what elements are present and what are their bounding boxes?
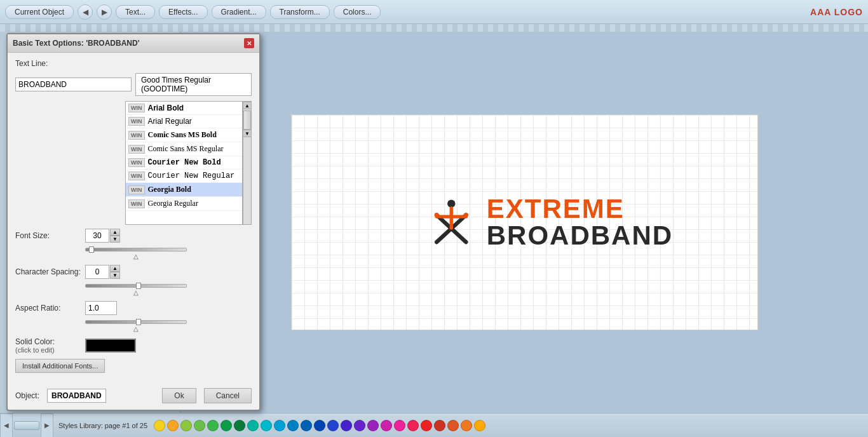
color-circle-9[interactable] (274, 420, 285, 431)
font-size-up-button[interactable]: ▲ (110, 229, 120, 236)
font-size-slider-row: △ (15, 248, 252, 260)
font-name: Arial Bold (148, 104, 184, 112)
color-circle-23[interactable] (461, 420, 472, 431)
solid-color-swatch[interactable] (85, 339, 136, 353)
color-circle-24[interactable] (474, 420, 485, 431)
left-panel: 🔢 ◎ ⊕ 🎄 🌲 ⚠️ 🤝 🔥 🌿 ⛪ 💫 🏠 ℳℳ 🌴 🚌 ⚙️ (0, 32, 181, 413)
color-circle-21[interactable] (434, 420, 445, 431)
char-spacing-slider[interactable]: △ (85, 284, 187, 296)
color-circle-14[interactable] (341, 420, 352, 431)
font-list-scrollbar[interactable]: ▲ ▼ (243, 101, 252, 225)
install-fonts-button[interactable]: Install Additional Fonts... (15, 359, 105, 373)
color-circle-19[interactable] (407, 420, 419, 431)
transform-button[interactable]: Transform... (270, 5, 330, 19)
font-size-down-button[interactable]: ▼ (110, 236, 120, 243)
nav-forward-button[interactable]: ▶ (97, 4, 112, 20)
color-circle-0[interactable] (154, 420, 165, 431)
font-item-georgia-bold[interactable]: WIN Georgia Bold (126, 183, 242, 197)
aspect-slider-row: △ (15, 320, 252, 332)
color-circle-20[interactable] (421, 420, 432, 431)
aspect-ratio-input[interactable] (85, 301, 117, 315)
scroll-right-button[interactable]: ▶ (41, 413, 53, 438)
app-title: AAA LOGO (810, 7, 863, 17)
slider-arrow2: △ (85, 289, 187, 296)
font-item-arial-reg[interactable]: WIN Arial Regular (126, 115, 242, 128)
text-line-row: Text Line: (15, 59, 252, 68)
char-spacing-up-button[interactable]: ▲ (110, 265, 120, 272)
scroll-down-button[interactable]: ▼ (243, 130, 252, 137)
font-list-wrapper: WIN Arial Bold WIN Arial Regular WIN Com… (15, 101, 252, 225)
font-item-georgia-reg[interactable]: WIN Georgia Regular (126, 197, 242, 211)
font-size-spinner: ▲ ▼ (85, 229, 120, 243)
scroll-handle[interactable] (14, 421, 39, 430)
aspect-track (85, 320, 187, 324)
color-circle-2[interactable] (180, 420, 192, 431)
font-name: Georgia Bold (148, 185, 191, 194)
dialog-footer: Object: BROADBAND Ok Cancel (8, 384, 259, 410)
dialog-title: Basic Text Options: 'BROADBAND' (13, 39, 140, 48)
color-circle-6[interactable] (234, 420, 245, 431)
color-circle-8[interactable] (261, 420, 272, 431)
font-name: Georgia Regular (148, 199, 198, 208)
logo-extreme-text: EXTREME (487, 196, 673, 222)
font-size-row: Font Size: ▲ ▼ (15, 229, 252, 243)
font-size-slider[interactable]: △ (85, 248, 187, 260)
aspect-ratio-slider[interactable]: △ (85, 320, 187, 332)
color-circle-7[interactable] (247, 420, 259, 431)
char-spacing-spinner: ▲ ▼ (85, 265, 120, 279)
font-item-arial-bold[interactable]: WIN Arial Bold (126, 102, 242, 115)
color-circle-17[interactable] (381, 420, 392, 431)
color-circle-4[interactable] (207, 420, 219, 431)
font-item-comic-reg[interactable]: WIN Comic Sans MS Regular (126, 142, 242, 156)
font-item-comic-bold[interactable]: WIN Comic Sans MS Bold (126, 128, 242, 142)
font-tag: WIN (128, 131, 145, 140)
color-circle-1[interactable] (167, 420, 179, 431)
canvas-frame: EXTREME BROADBAND (291, 114, 758, 330)
colors-button[interactable]: Colors... (334, 5, 381, 19)
font-size-input[interactable] (85, 229, 109, 243)
svg-point-6 (463, 213, 468, 217)
color-circle-18[interactable] (394, 420, 405, 431)
gradient-button[interactable]: Gradient... (212, 5, 266, 19)
color-circle-12[interactable] (314, 420, 325, 431)
ok-button[interactable]: Ok (162, 388, 196, 403)
dialog-close-button[interactable]: ✕ (244, 38, 254, 48)
color-circle-13[interactable] (327, 420, 339, 431)
scroll-up-button[interactable]: ▲ (243, 102, 252, 109)
color-circle-3[interactable] (194, 420, 205, 431)
text-button[interactable]: Text... (116, 5, 155, 19)
color-circle-16[interactable] (367, 420, 379, 431)
slider-arrow: △ (85, 253, 187, 260)
font-size-label: Font Size: (15, 231, 85, 240)
font-list[interactable]: WIN Arial Bold WIN Arial Regular WIN Com… (125, 101, 243, 225)
color-circle-10[interactable] (287, 420, 299, 431)
solid-color-sub: (click to edit) (15, 346, 85, 354)
color-circle-11[interactable] (301, 420, 312, 431)
text-line-input-row: Good Times Regular (GOODTIME) (15, 73, 252, 96)
char-spacing-input[interactable] (85, 265, 109, 279)
install-fonts-row: Install Additional Fonts... (15, 359, 252, 373)
char-spacing-thumb (136, 283, 141, 289)
font-size-track (85, 248, 187, 252)
char-spacing-down-button[interactable]: ▼ (110, 272, 120, 279)
nav-back-button[interactable]: ◀ (78, 4, 93, 20)
slider-arrow3: △ (85, 325, 187, 332)
color-circle-22[interactable] (447, 420, 459, 431)
scroll-left-button[interactable]: ◀ (0, 413, 13, 438)
cancel-button[interactable]: Cancel (204, 388, 252, 403)
color-circle-15[interactable] (354, 420, 365, 431)
font-item-courier-reg[interactable]: WIN Courier New Regular (126, 170, 242, 183)
text-line-input[interactable] (15, 77, 132, 91)
effects-button[interactable]: Effects... (159, 5, 207, 19)
font-item-courier-bold[interactable]: WIN Courier New Bold (126, 156, 242, 170)
font-tag: WIN (128, 158, 145, 167)
current-object-button[interactable]: Current Object (5, 5, 74, 19)
scroll-thumb[interactable] (243, 111, 251, 130)
solid-color-label: Solid Color: (15, 337, 85, 346)
font-name: Courier New Regular (148, 171, 235, 180)
color-circle-5[interactable] (220, 420, 232, 431)
aspect-ratio-row: Aspect Ratio: (15, 301, 252, 315)
canvas-area: EXTREME BROADBAND (181, 32, 868, 413)
solid-color-row: Solid Color: (click to edit) (15, 337, 252, 354)
dialog-overlay: Basic Text Options: 'BROADBAND' ✕ Text L… (0, 32, 181, 413)
